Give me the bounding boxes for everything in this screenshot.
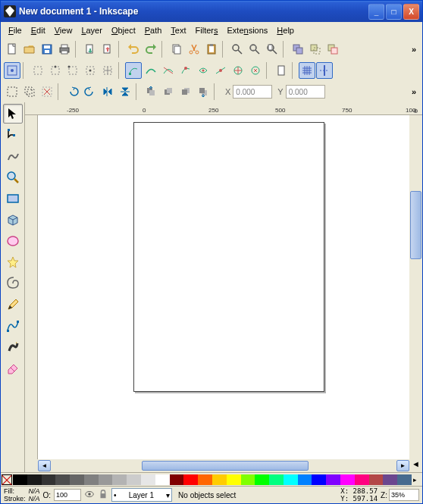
copy-icon[interactable]	[168, 41, 185, 58]
save-icon[interactable]	[39, 41, 55, 58]
tool-controls-overflow[interactable]: »	[409, 87, 419, 96]
rectangle-tool[interactable]	[3, 189, 23, 208]
open-icon[interactable]	[21, 41, 38, 58]
titlebar[interactable]: New document 1 - Inkscape _ □ X	[1, 1, 422, 22]
menu-text[interactable]: Text	[166, 24, 190, 36]
export-icon[interactable]	[99, 41, 116, 58]
flip-vertical-icon[interactable]	[117, 83, 133, 100]
horizontal-ruler[interactable]: -250 0 250 500 750 100 ⊕	[25, 102, 422, 115]
rotate-cw-icon[interactable]	[82, 83, 99, 100]
calligraphy-tool[interactable]	[3, 337, 23, 357]
star-tool[interactable]	[3, 252, 23, 272]
menu-edit[interactable]: Edit	[27, 24, 50, 36]
import-icon[interactable]	[82, 41, 99, 58]
snap-guide-icon[interactable]	[316, 62, 333, 79]
color-swatch[interactable]	[112, 474, 127, 485]
snap-path-icon[interactable]	[143, 62, 159, 79]
close-button[interactable]: X	[403, 4, 419, 20]
color-swatch[interactable]	[99, 474, 113, 485]
flip-horizontal-icon[interactable]	[99, 83, 116, 100]
eraser-tool[interactable]	[3, 358, 23, 378]
select-all-icon[interactable]	[4, 83, 20, 100]
snap-midpoint-icon[interactable]	[212, 62, 229, 79]
layer-selector[interactable]: • Layer 1 ▾	[111, 488, 172, 502]
color-swatch[interactable]	[298, 474, 312, 485]
lower-icon[interactable]	[177, 83, 194, 100]
visibility-icon[interactable]	[84, 489, 95, 501]
snap-bbox-icon[interactable]	[30, 62, 46, 79]
menu-layer[interactable]: Layer	[77, 24, 107, 36]
paste-icon[interactable]	[203, 41, 220, 58]
lock-icon[interactable]	[98, 489, 108, 501]
zoom-selection-icon[interactable]	[229, 41, 246, 58]
selector-tool[interactable]	[3, 104, 23, 124]
tweak-tool[interactable]	[3, 146, 23, 166]
color-swatch[interactable]	[170, 474, 184, 485]
color-swatch[interactable]	[383, 474, 397, 485]
x-coordinate-input[interactable]	[233, 85, 272, 99]
color-swatch[interactable]	[27, 474, 42, 485]
color-swatch[interactable]	[312, 474, 326, 485]
new-document-icon[interactable]	[4, 41, 20, 58]
vertical-scrollbar[interactable]	[409, 115, 422, 459]
color-swatch[interactable]	[255, 474, 269, 485]
zoom-tool[interactable]	[3, 167, 23, 187]
bezier-tool[interactable]	[3, 316, 23, 336]
scroll-right-icon[interactable]: ►	[396, 460, 409, 471]
palette-scroll-icon[interactable]: ▸	[412, 476, 422, 484]
fill-stroke-indicator[interactable]: Fill: Stroke:	[4, 487, 26, 502]
color-swatch[interactable]	[355, 474, 369, 485]
color-swatch[interactable]	[42, 474, 56, 485]
toolbar-overflow[interactable]: »	[409, 45, 419, 54]
color-swatch[interactable]	[141, 474, 155, 485]
color-swatch[interactable]	[269, 474, 284, 485]
raise-top-icon[interactable]	[143, 83, 159, 100]
snap-smooth-icon[interactable]	[195, 62, 212, 79]
color-swatch[interactable]	[241, 474, 255, 485]
spiral-tool[interactable]	[3, 274, 23, 293]
snap-bbox-corner-icon[interactable]	[64, 62, 81, 79]
unlink-clone-icon[interactable]	[324, 41, 341, 58]
snap-intersection-icon[interactable]	[160, 62, 177, 79]
color-swatch[interactable]	[326, 474, 340, 485]
deselect-icon[interactable]	[39, 83, 55, 100]
ellipse-tool[interactable]	[3, 231, 23, 251]
snap-rotation-icon[interactable]	[247, 62, 264, 79]
color-swatch[interactable]	[84, 474, 99, 485]
color-swatch[interactable]	[198, 474, 212, 485]
clone-icon[interactable]	[307, 41, 324, 58]
color-swatch[interactable]	[340, 474, 355, 485]
3dbox-tool[interactable]	[3, 210, 23, 230]
color-swatch[interactable]	[284, 474, 298, 485]
y-coordinate-input[interactable]	[286, 85, 325, 99]
zoom-page-icon[interactable]	[264, 41, 280, 58]
color-swatch[interactable]	[155, 474, 170, 485]
minimize-button[interactable]: _	[368, 4, 384, 20]
no-color-swatch[interactable]	[2, 474, 12, 485]
snap-enable-icon[interactable]	[4, 62, 20, 79]
cut-icon[interactable]	[186, 41, 202, 58]
opacity-input[interactable]	[54, 489, 81, 501]
canvas[interactable]	[38, 115, 409, 459]
snap-center-icon[interactable]	[230, 62, 246, 79]
print-icon[interactable]	[56, 41, 73, 58]
rotate-ccw-icon[interactable]	[64, 83, 81, 100]
color-swatch[interactable]	[127, 474, 141, 485]
scroll-left-icon[interactable]: ◄	[38, 460, 51, 471]
palette-menu-icon[interactable]: ◄	[409, 459, 422, 472]
undo-icon[interactable]	[125, 41, 142, 58]
menu-path[interactable]: Path	[140, 24, 167, 36]
color-swatch[interactable]	[369, 474, 384, 485]
snap-bbox-center-icon[interactable]	[99, 62, 116, 79]
maximize-button[interactable]: □	[386, 4, 402, 20]
snap-bbox-edge-icon[interactable]	[47, 62, 64, 79]
horizontal-scrollbar[interactable]: ◄ ►	[38, 459, 409, 472]
select-all-layers-icon[interactable]	[21, 83, 38, 100]
color-swatch[interactable]	[183, 474, 198, 485]
color-swatch[interactable]	[227, 474, 241, 485]
color-swatch[interactable]	[13, 474, 27, 485]
raise-icon[interactable]	[160, 83, 177, 100]
menu-extensions[interactable]: Extensions	[223, 24, 273, 36]
snap-node-icon[interactable]	[125, 62, 142, 79]
snap-page-icon[interactable]	[273, 62, 290, 79]
